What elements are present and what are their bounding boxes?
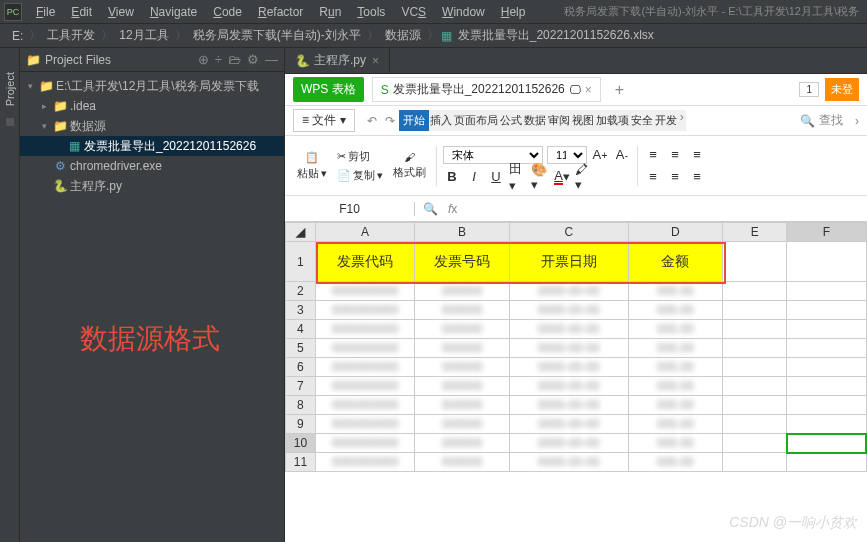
ribbon-tab[interactable]: 安全 (630, 110, 654, 131)
cell[interactable]: 0000-00-00 (509, 434, 628, 453)
chevron-right-icon[interactable]: › (855, 114, 859, 128)
cell[interactable] (723, 377, 787, 396)
header-cell[interactable]: 发票号码 (415, 242, 509, 282)
cell[interactable] (787, 282, 866, 301)
tree-file-mainpy[interactable]: 🐍主程序.py (20, 176, 284, 196)
cell[interactable]: 0000-00-00 (509, 282, 628, 301)
align-top-icon[interactable]: ≡ (644, 146, 662, 164)
align-middle-icon[interactable]: ≡ (666, 146, 684, 164)
format-painter-button[interactable]: 🖌 (404, 151, 415, 163)
cell[interactable]: 0000000000 (315, 320, 415, 339)
cell[interactable]: 000000 (415, 358, 509, 377)
cell[interactable]: 0000-00-00 (509, 396, 628, 415)
crumb-part[interactable]: 税务局发票下载(半自动)-刘永平 (189, 27, 365, 44)
cell[interactable]: 0000-00-00 (509, 301, 628, 320)
cell[interactable]: 000.00 (628, 453, 722, 472)
row-header[interactable]: 5 (286, 339, 316, 358)
tree-root[interactable]: ▾📁E:\工具开发\12月工具\税务局发票下载 (20, 76, 284, 96)
align-bottom-icon[interactable]: ≡ (688, 146, 706, 164)
column-header[interactable]: E (723, 223, 787, 242)
cell[interactable]: 000000 (415, 377, 509, 396)
settings-icon[interactable]: ⚙ (247, 52, 259, 67)
fx-icon[interactable]: 🔍 fx (415, 202, 465, 216)
align-right-icon[interactable]: ≡ (688, 168, 706, 186)
cell[interactable]: 000000 (415, 339, 509, 358)
cell[interactable]: 000.00 (628, 415, 722, 434)
cell[interactable] (723, 282, 787, 301)
row-header[interactable]: 2 (286, 282, 316, 301)
project-side-tab[interactable]: Project (4, 68, 16, 110)
crumb-part[interactable]: 12月工具 (115, 27, 172, 44)
cell[interactable] (787, 377, 866, 396)
cell[interactable]: 0000-00-00 (509, 320, 628, 339)
fill-color-icon[interactable]: 🎨▾ (531, 168, 549, 186)
cell[interactable]: 0000000000 (315, 339, 415, 358)
cell[interactable]: 0000-00-00 (509, 453, 628, 472)
add-tab-button[interactable]: + (609, 81, 630, 99)
active-cell[interactable] (787, 434, 866, 453)
expand-icon[interactable]: 🗁 (228, 52, 241, 67)
chevron-right-icon[interactable]: › (678, 110, 686, 131)
cell[interactable]: 000000 (415, 453, 509, 472)
paste-button[interactable]: 📋 (305, 151, 319, 164)
cell[interactable] (723, 434, 787, 453)
ribbon-tab[interactable]: 审阅 (547, 110, 571, 131)
cell[interactable] (787, 320, 866, 339)
ribbon-tab-home[interactable]: 开始 (399, 110, 429, 131)
italic-icon[interactable]: I (465, 168, 483, 186)
column-header[interactable]: A (315, 223, 415, 242)
row-header[interactable]: 10 (286, 434, 316, 453)
cell[interactable]: 0000-00-00 (509, 377, 628, 396)
align-center-icon[interactable]: ≡ (666, 168, 684, 186)
panel-title[interactable]: Project Files (45, 53, 192, 67)
editor-tab-main[interactable]: 🐍 主程序.py × (285, 48, 390, 73)
increase-font-icon[interactable]: A+ (591, 146, 609, 164)
row-header[interactable]: 9 (286, 415, 316, 434)
cell[interactable]: 0000000000 (315, 415, 415, 434)
cell[interactable] (723, 339, 787, 358)
cell[interactable] (787, 358, 866, 377)
row-header[interactable]: 4 (286, 320, 316, 339)
cell[interactable]: 000.00 (628, 434, 722, 453)
cell[interactable]: 000000 (415, 396, 509, 415)
menu-tools[interactable]: Tools (349, 3, 393, 21)
crumb-drive[interactable]: E: (8, 29, 27, 43)
cell[interactable] (723, 242, 787, 282)
column-header[interactable]: C (509, 223, 628, 242)
redo-icon[interactable]: ↷ (385, 114, 395, 128)
cell[interactable] (723, 358, 787, 377)
close-icon[interactable]: × (585, 83, 592, 97)
tree-folder-datasource[interactable]: ▾📁数据源 (20, 116, 284, 136)
ribbon-tab[interactable]: 视图 (571, 110, 595, 131)
cell[interactable] (723, 415, 787, 434)
ribbon-tab[interactable]: 加载项 (595, 110, 630, 131)
header-cell[interactable]: 金额 (628, 242, 722, 282)
row-header[interactable]: 8 (286, 396, 316, 415)
cell[interactable]: 0000000000 (315, 358, 415, 377)
highlight-icon[interactable]: 🖍▾ (575, 168, 593, 186)
menu-view[interactable]: View (100, 3, 142, 21)
ribbon-tab[interactable]: 插入 (429, 110, 453, 131)
row-header[interactable]: 1 (286, 242, 316, 282)
cell[interactable]: 0000000000 (315, 396, 415, 415)
menu-refactor[interactable]: Refactor (250, 3, 311, 21)
cell[interactable] (787, 396, 866, 415)
menu-help[interactable]: Help (493, 3, 534, 21)
menu-code[interactable]: Code (205, 3, 250, 21)
copy-button[interactable]: 📄 复制 ▾ (337, 168, 383, 183)
cut-button[interactable]: ✂ 剪切 (337, 149, 383, 164)
cell[interactable]: 000.00 (628, 320, 722, 339)
cell[interactable]: 000.00 (628, 301, 722, 320)
font-color-icon[interactable]: A▾ (553, 168, 571, 186)
hide-icon[interactable]: — (265, 52, 278, 67)
ribbon-tab[interactable]: 页面布局 (453, 110, 499, 131)
cell[interactable]: 000000 (415, 320, 509, 339)
file-menu-button[interactable]: ≡ 文件 ▾ (293, 109, 355, 132)
tree-file-chromedriver[interactable]: ⚙chromedriver.exe (20, 156, 284, 176)
page-indicator[interactable]: 1 (799, 82, 819, 97)
cell[interactable] (723, 320, 787, 339)
menu-navigate[interactable]: Navigate (142, 3, 205, 21)
collapse-icon[interactable]: ⊕ (198, 52, 209, 67)
select-all-corner[interactable]: ◢ (286, 223, 316, 242)
cell[interactable]: 0000-00-00 (509, 339, 628, 358)
